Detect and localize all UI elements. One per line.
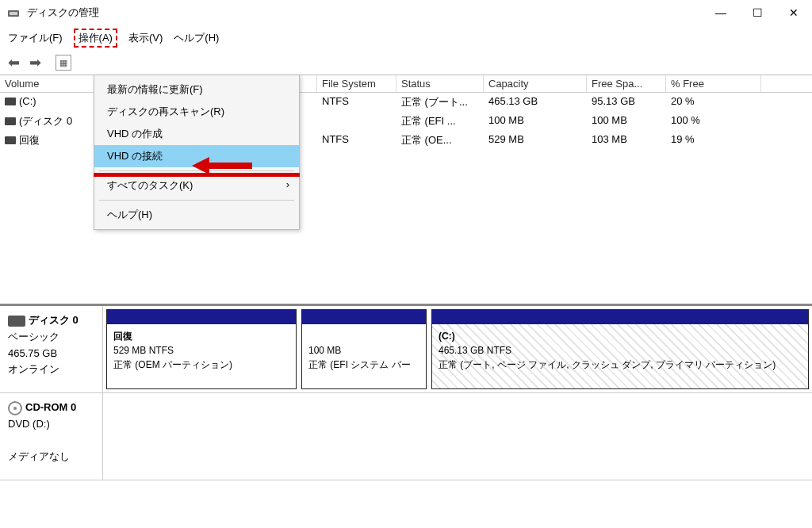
cell-free: 100 MB <box>587 113 666 129</box>
col-filesystem[interactable]: File System <box>317 75 396 92</box>
maximize-button[interactable]: ☐ <box>739 0 776 25</box>
toolbar-icon[interactable]: ▦ <box>56 55 71 71</box>
cell-fs <box>317 113 396 129</box>
partition-header <box>432 310 808 324</box>
menu-view[interactable]: 表示(V) <box>128 31 163 45</box>
disk-icon <box>8 316 25 327</box>
cell-pct: 19 % <box>666 132 761 148</box>
menu-item-all-tasks[interactable]: すべてのタスク(K)› <box>94 174 299 197</box>
partition-status: 正常 (ブート, ページ ファイル, クラッシュ ダンプ, プライマリ パーティ… <box>439 359 776 370</box>
partition-size: 529 MB NTFS <box>113 345 174 356</box>
cell-fs: NTFS <box>317 94 396 110</box>
cdrom-icon <box>8 401 22 415</box>
cell-fs: NTFS <box>317 132 396 148</box>
svg-marker-7 <box>192 157 209 174</box>
volume-name: (ディスク 0 <box>19 115 72 127</box>
partition[interactable]: 回復 529 MB NTFS 正常 (OEM パーティション) <box>106 309 297 389</box>
cell-free: 95.13 GB <box>587 94 666 110</box>
window-controls: — ☐ ✕ <box>703 0 812 25</box>
annotation-arrow-icon <box>195 201 259 225</box>
col-capacity[interactable]: Capacity <box>484 75 587 92</box>
menu-item-rescan[interactable]: ディスクの再スキャン(R) <box>94 101 299 123</box>
volume-icon <box>5 98 16 105</box>
menu-item-refresh[interactable]: 最新の情報に更新(F) <box>94 78 299 101</box>
partition-status: 正常 (EFI システム パー <box>308 359 411 370</box>
window-title: ディスクの管理 <box>27 6 99 20</box>
cell-status: 正常 (EFI ... <box>396 113 484 129</box>
partition-header <box>107 310 296 324</box>
partition-status: 正常 (OEM パーティション) <box>113 359 232 370</box>
forward-icon[interactable]: ➡ <box>26 54 44 71</box>
chevron-right-icon: › <box>286 178 289 190</box>
cell-status: 正常 (ブート... <box>396 94 484 110</box>
cell-capacity: 100 MB <box>484 113 587 129</box>
disk-name: ディスク 0 <box>29 314 79 326</box>
disk-type: ベーシック <box>8 329 94 346</box>
close-button[interactable]: ✕ <box>776 0 812 25</box>
cell-pct: 100 % <box>666 113 761 129</box>
title-bar: ディスクの管理 — ☐ ✕ <box>0 0 812 25</box>
menu-item-create-vhd[interactable]: VHD の作成 <box>94 123 299 145</box>
annotation-arrow-icon <box>190 154 254 178</box>
cell-capacity: 465.13 GB <box>484 94 587 110</box>
menu-help[interactable]: ヘルプ(H) <box>174 31 219 45</box>
disk-row[interactable]: CD-ROM 0 DVD (D:) メディアなし <box>0 393 812 480</box>
drive-letter: DVD (D:) <box>8 416 94 433</box>
volume-name: 回復 <box>19 134 40 146</box>
partition[interactable]: 100 MB 正常 (EFI システム パー <box>301 309 427 389</box>
cell-pct: 20 % <box>666 94 761 110</box>
partition-title: (C:) <box>439 331 455 342</box>
partition[interactable]: (C:) 465.13 GB NTFS 正常 (ブート, ページ ファイル, ク… <box>431 309 809 389</box>
menu-item-label: すべてのタスク(K) <box>107 179 193 191</box>
toolbar: ⬅ ➡ ▦ <box>0 51 812 75</box>
disk-graphical-panel: ディスク 0 ベーシック 465.75 GB オンライン 回復 529 MB N… <box>0 304 812 480</box>
partition-title: 回復 <box>113 331 132 342</box>
cell-status: 正常 (OE... <box>396 132 484 148</box>
menu-bar: ファイル(F) 操作(A) 表示(V) ヘルプ(H) <box>0 25 812 51</box>
disk-size: 465.75 GB <box>8 346 94 362</box>
cell-free: 103 MB <box>587 132 666 148</box>
disk-row[interactable]: ディスク 0 ベーシック 465.75 GB オンライン 回復 529 MB N… <box>0 306 812 393</box>
app-icon <box>6 6 21 20</box>
svg-rect-1 <box>10 12 17 15</box>
menu-separator <box>99 200 294 201</box>
minimize-button[interactable]: — <box>703 0 739 25</box>
partition-size: 465.13 GB NTFS <box>439 345 511 356</box>
partition-size: 100 MB <box>308 345 341 356</box>
partition-header <box>302 310 426 324</box>
media-state: メディアなし <box>8 449 94 465</box>
partition-container: 回復 529 MB NTFS 正常 (OEM パーティション) 100 MB 正… <box>103 306 812 392</box>
back-icon[interactable]: ⬅ <box>5 54 23 71</box>
menu-action[interactable]: 操作(A) <box>74 29 117 48</box>
disk-info: CD-ROM 0 DVD (D:) メディアなし <box>0 393 103 480</box>
col-pct-free[interactable]: % Free <box>666 75 761 92</box>
col-volume[interactable]: Volume <box>0 75 95 92</box>
disk-name: CD-ROM 0 <box>25 401 76 413</box>
volume-name: (C:) <box>19 95 36 107</box>
cell-capacity: 529 MB <box>484 132 587 148</box>
volume-icon <box>5 136 16 144</box>
disk-info: ディスク 0 ベーシック 465.75 GB オンライン <box>0 306 103 392</box>
disk-state: オンライン <box>8 362 94 378</box>
menu-file[interactable]: ファイル(F) <box>8 31 63 45</box>
col-free-space[interactable]: Free Spa... <box>587 75 666 92</box>
volume-icon <box>5 117 16 125</box>
partition-container <box>103 393 812 480</box>
col-status[interactable]: Status <box>396 75 484 92</box>
